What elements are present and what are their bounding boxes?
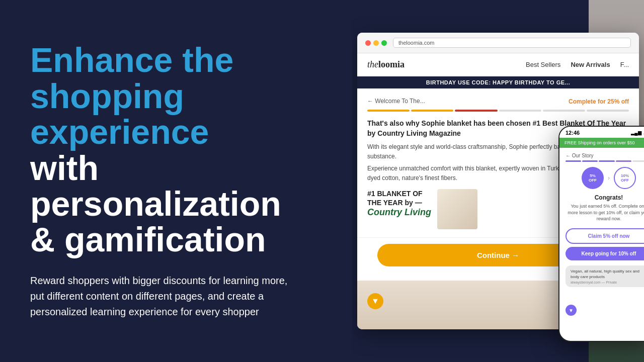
phone-status-bar: 12:46 ▂▄▆ ▲ ▓ <box>559 127 644 138</box>
progress-seg-4 <box>499 110 541 112</box>
circle1-pct: 5% <box>590 173 596 178</box>
nav-more[interactable]: F... <box>620 61 629 68</box>
phone-prog-3 <box>599 160 614 162</box>
maximize-dot[interactable] <box>381 40 387 46</box>
blanket-award-text: #1 BLANKET OF THE YEAR by — Country Livi… <box>367 189 431 218</box>
browser-address-bar[interactable]: theloomia.com <box>393 38 631 48</box>
progress-seg-1 <box>367 110 410 112</box>
circle2-label: OFF <box>621 178 629 183</box>
country-living: Country Living <box>367 207 431 218</box>
logo-brand: loomia <box>378 59 405 69</box>
shipping-bar: FREE Shipping on orders over $50 ✕ <box>559 138 644 148</box>
phone-down-arrow[interactable]: ▼ <box>566 305 577 316</box>
logo-the: the <box>367 59 378 69</box>
phone-chat-preview: Vegan, all natural, high quality sex and… <box>566 265 644 287</box>
quiz-header: ← Welcome To The... Complete for 25% off <box>367 97 629 106</box>
phone-prog-4 <box>616 160 631 162</box>
site-logo: theloomia <box>367 59 405 70</box>
badge-line1: #1 BLANKET OF <box>367 189 431 198</box>
headline-line2: shopping experience <box>30 78 302 150</box>
progress-seg-5 <box>543 110 585 112</box>
right-section: theloomia.com theloomia Best Sellers New… <box>352 0 644 362</box>
phone-prog-5 <box>632 160 644 162</box>
phone-back-label[interactable]: ← Our Story <box>566 153 644 158</box>
phone-mockup: 12:46 ▂▄▆ ▲ ▓ FREE Shipping on orders ov… <box>558 126 644 342</box>
promo-bar: BIRTHDAY USE CODE: HAPPY BIRTHDAY TO GE.… <box>357 76 639 88</box>
progress-seg-2 <box>411 110 453 112</box>
progress-seg-3 <box>455 110 497 112</box>
congrats-title: Congrats! <box>566 194 644 201</box>
reward-arrow-icon: › <box>608 174 610 182</box>
nav-new-arrivals[interactable]: New Arrivals <box>571 61 610 68</box>
headline-line4: & gamification <box>30 222 302 257</box>
headline-line3: with personalization <box>30 150 302 222</box>
phone-time: 12:46 <box>566 130 580 136</box>
nav-best-sellers[interactable]: Best Sellers <box>526 61 560 68</box>
left-section: Enhance the shopping experience with per… <box>0 0 332 362</box>
chat-text: Vegan, all natural, high quality sex and… <box>571 268 644 280</box>
congrats-subtitle: You just earned 5% off. Complete one mor… <box>566 203 644 222</box>
reward-circle-5pct: 5% OFF <box>582 167 604 189</box>
phone-progress-bar <box>566 160 644 162</box>
blanket-image <box>437 189 477 229</box>
site-header: theloomia Best Sellers New Arrivals F... <box>357 53 639 76</box>
phone-prog-2 <box>582 160 598 162</box>
minimize-dot[interactable] <box>373 40 379 46</box>
headline-line1: Enhance the <box>30 42 302 78</box>
badge-line2: THE YEAR by — <box>367 198 431 207</box>
subtext: Reward shoppers with bigger discounts fo… <box>30 273 302 320</box>
browser-navbar: theloomia.com <box>357 33 639 53</box>
circle2-pct: 10% <box>621 173 629 178</box>
close-dot[interactable] <box>365 40 371 46</box>
phone-content: ← Our Story 5% OFF › 10% OFF <box>559 148 644 292</box>
quiz-progress-label: Complete for 25% off <box>569 97 629 106</box>
shipping-text: FREE Shipping on orders over $50 <box>565 140 635 145</box>
circle1-label: OFF <box>589 178 597 183</box>
reward-circles: 5% OFF › 10% OFF <box>566 167 644 189</box>
claim-button[interactable]: Claim 5% off now <box>566 228 644 244</box>
quiz-complete-pct: Complete for 25% off <box>569 98 629 105</box>
browser-dots <box>365 40 387 46</box>
down-arrow-button[interactable]: ▼ <box>367 293 383 309</box>
signal-icon: ▂▄▆ <box>631 130 641 135</box>
reward-circle-10pct: 10% OFF <box>614 167 636 189</box>
main-headline: Enhance the shopping experience with per… <box>30 42 302 257</box>
phone-prog-1 <box>566 160 581 162</box>
progress-seg-6 <box>587 110 629 112</box>
progress-bar <box>367 110 629 112</box>
site-nav: Best Sellers New Arrivals F... <box>526 61 629 68</box>
chat-meta: alwaysberoyal.com — Private <box>571 281 644 284</box>
quiz-back-label[interactable]: ← Welcome To The... <box>367 98 425 105</box>
chat-content: Vegan, all natural, high quality sex and… <box>571 268 644 284</box>
phone-continue-button[interactable]: Keep going for 10% off <box>566 247 644 260</box>
phone-status-icons: ▂▄▆ ▲ ▓ <box>631 130 644 135</box>
